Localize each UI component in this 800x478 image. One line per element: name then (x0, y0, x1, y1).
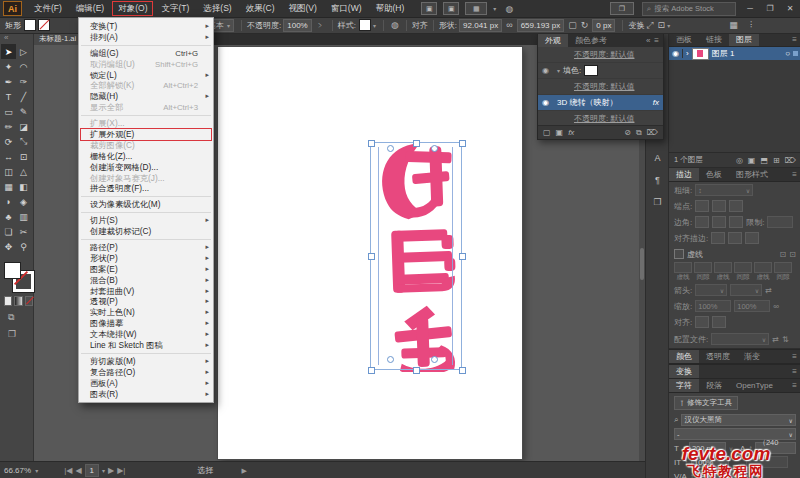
app-logo[interactable]: Ai (3, 1, 22, 16)
selection-handle[interactable] (413, 367, 420, 374)
zoom-level[interactable]: 66.67% (0, 466, 35, 475)
mesh-anchor[interactable] (431, 145, 438, 152)
artboard-number-field[interactable]: 1 (85, 464, 99, 477)
arrow-end-dropdown[interactable]: ∨ (730, 284, 762, 296)
menu-item[interactable]: 取消编组(U) Shift+Ctrl+G ▸ (79, 59, 213, 70)
dashed-line-checkbox[interactable] (674, 249, 684, 259)
gap-field[interactable] (694, 262, 712, 273)
menu-item[interactable]: 全部解锁(K) Alt+Ctrl+2 ▸ (79, 80, 213, 91)
link-scale-icon[interactable]: ∞ (773, 302, 779, 311)
shape-height-field[interactable]: 659.193 px (517, 19, 565, 32)
tab-appearance[interactable]: 外观 (538, 34, 568, 47)
menu-item[interactable]: 设为像素级优化(M) ▸ (79, 199, 213, 210)
artboard-dropdown-icon[interactable]: ▾ (102, 467, 105, 474)
style-chevron-icon[interactable]: ▾ (373, 22, 376, 29)
panel-menu-icon[interactable]: ≡ (792, 35, 797, 44)
panel-menu-icon[interactable]: ≡ (792, 381, 797, 390)
menu[interactable]: 窗口(W) (324, 0, 369, 17)
rectangle-tool[interactable]: ▭ (1, 104, 16, 119)
stroke-swatch[interactable] (38, 19, 50, 31)
menu-item[interactable]: 创建裁切标记(C) ▸ (79, 226, 213, 237)
tab-transform[interactable]: 变换 (669, 365, 699, 378)
menu[interactable]: 视图(V) (282, 0, 324, 17)
tab-gradient[interactable]: 渐变 (737, 350, 767, 363)
opacity-popup-icon[interactable]: ﹥ (316, 19, 325, 32)
tab-graphic-styles[interactable]: 图形样式 (729, 168, 775, 181)
preserve-dash-icon[interactable]: ⊡ (780, 250, 787, 259)
swap-arrows-icon[interactable]: ⇄ (765, 286, 772, 295)
clear-appearance-icon[interactable]: ⊘ (624, 128, 631, 138)
prev-artboard-icon[interactable]: ◀ (75, 466, 81, 475)
panel-menu-icon[interactable]: ≡ (792, 170, 797, 179)
isolate-icon[interactable]: ⊡ (658, 20, 666, 30)
new-sublayer-icon[interactable]: ⬒ (760, 156, 768, 165)
minimize-button[interactable]: ─ (744, 4, 756, 13)
paragraph-styles-icon[interactable]: ¶ (650, 173, 666, 186)
mesh-anchor[interactable] (387, 145, 394, 152)
arrow-align-tip-button[interactable] (695, 316, 709, 328)
artboard-tool[interactable]: ❏ (1, 224, 16, 239)
collapse-panel-icon[interactable]: « (646, 36, 650, 45)
rotate-tool[interactable]: ⟳ (1, 134, 16, 149)
stroke-weight-field[interactable]: ↕ ∨ (695, 184, 753, 196)
arrow-start-dropdown[interactable]: ∨ (695, 284, 727, 296)
lasso-tool[interactable]: ◠ (16, 59, 31, 74)
more-chevron-icon[interactable]: ▾ (667, 22, 670, 29)
fill-color-swatch[interactable] (584, 65, 598, 76)
dash-field[interactable] (754, 262, 772, 273)
menu-item[interactable]: 混合(B) ▸ (79, 275, 213, 286)
appearance-row-3d-effect[interactable]: ◉ 3D 绕转（映射） fx (538, 95, 663, 111)
selection-indicator[interactable] (793, 51, 798, 56)
panel-menu-icon[interactable]: ≡ (654, 36, 659, 45)
blend-tool[interactable]: ◈ (16, 194, 31, 209)
menu-item[interactable]: 扩展外观(E) ▸ (79, 129, 213, 140)
paintbrush-tool[interactable]: ✎ (16, 104, 31, 119)
selection-tool[interactable]: ➤ (1, 44, 16, 59)
target-circle-icon[interactable]: ○ (785, 49, 790, 58)
next-artboard-icon[interactable]: ▶ (108, 466, 114, 475)
draw-mode-icon[interactable]: ⧉ (8, 312, 33, 323)
selection-bounding-box[interactable] (370, 142, 462, 370)
corner-bevel-button[interactable] (729, 216, 743, 228)
menu-item[interactable]: 隐藏(H) ▸ (79, 91, 213, 102)
direct-selection-tool[interactable]: ▷ (16, 44, 31, 59)
tab-opentype[interactable]: OpenType (729, 379, 780, 392)
menu[interactable]: 帮助(H) (369, 0, 412, 17)
tab-color[interactable]: 颜色 (669, 350, 699, 363)
menu-item[interactable]: 形状(P) ▸ (79, 253, 213, 264)
symbol-sprayer-tool[interactable]: ♣ (1, 209, 16, 224)
tab-links[interactable]: 链接 (699, 33, 729, 46)
add-effect-icon[interactable]: fx (568, 128, 574, 137)
menu-item[interactable]: 切片(S) ▸ (79, 215, 213, 226)
panel-menu-icon[interactable]: ≡ (792, 352, 797, 361)
selection-handle[interactable] (413, 140, 420, 147)
panel-menu-icon[interactable]: ⫶ (750, 20, 752, 31)
stock-search[interactable]: ⌕ 搜索 Adobe Stock (642, 2, 736, 16)
align-inside-button[interactable] (728, 232, 742, 244)
menu-item[interactable]: 显示全部 Alt+Ctrl+3 ▸ (79, 102, 213, 113)
column-graph-tool[interactable]: ▥ (16, 209, 31, 224)
appearance-row-opacity[interactable]: 不透明度: 默认值 (538, 111, 663, 126)
status-expand-icon[interactable]: ▶ (241, 467, 246, 475)
menu[interactable]: 文字(T) (154, 0, 196, 17)
gradient-button[interactable] (14, 296, 22, 306)
profile-dropdown[interactable]: ∨ (711, 333, 769, 345)
width-tool[interactable]: ↔ (1, 149, 16, 164)
menu-item[interactable]: 透视(P) ▸ (79, 296, 213, 307)
new-layer-icon[interactable]: ⊞ (773, 156, 780, 165)
menu-item[interactable]: 裁剪图像(C) ▸ (79, 140, 213, 151)
menu-item[interactable]: 创建渐变网格(D)... ▸ (79, 162, 213, 173)
restore-button[interactable]: ❐ (764, 4, 776, 13)
menu-item[interactable]: 创建对象马赛克(J)... ▸ (79, 173, 213, 184)
link-dimensions-icon[interactable]: ∞ (506, 20, 512, 30)
selection-handle[interactable] (459, 367, 466, 374)
eraser-tool[interactable]: ◪ (16, 119, 31, 134)
layer-row[interactable]: ◉ › 图层 1 ○ (669, 47, 800, 60)
curvature-tool[interactable]: ✑ (16, 74, 31, 89)
selection-handle[interactable] (368, 253, 375, 260)
collapse-panel-icon[interactable]: « (4, 33, 8, 42)
arrow-scale-end-field[interactable]: 100% (734, 300, 770, 312)
align-label[interactable]: 对齐 (412, 20, 428, 31)
tab-transparency[interactable]: 透明度 (699, 350, 737, 363)
none-button[interactable] (25, 296, 33, 306)
